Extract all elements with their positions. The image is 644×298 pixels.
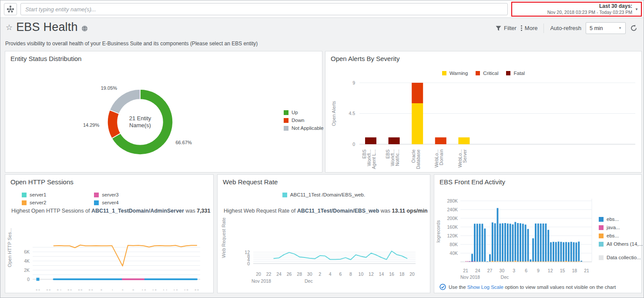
chevron-down-icon: ▼	[635, 7, 638, 11]
panel-entity-status-distribution: Entity Status Distribution 66.67%14.29%1…	[5, 51, 322, 173]
panel-title: Entity Status Distribution	[10, 55, 81, 62]
search-input[interactable]	[20, 3, 508, 15]
legend-swatch	[476, 71, 480, 75]
svg-text:Dec: Dec	[501, 274, 509, 280]
svg-text:8: 8	[132, 289, 134, 290]
svg-text:20: 20	[409, 271, 415, 277]
legend-item-not-applicable[interactable]: Not Applicable	[284, 125, 324, 131]
svg-text:30: 30	[307, 271, 312, 277]
page-subtitle: Provides visibility to overall health of…	[5, 41, 258, 47]
svg-text:24: 24	[475, 268, 480, 273]
panel-title: Web Request Rate	[223, 178, 278, 186]
autorefresh-select[interactable]: 5 min ▼	[586, 22, 626, 34]
svg-text:4: 4	[111, 289, 113, 290]
panel-web-request-rate: Web Request Rate ABC11_1Test /Domain/EBS…	[217, 174, 430, 293]
http-sessions-summary: Highest Open HTTP Sessions of ABC11_1_Te…	[11, 208, 211, 214]
topology-icon	[7, 5, 14, 13]
divider	[543, 24, 544, 33]
svg-text:24: 24	[276, 271, 282, 277]
svg-text:16: 16	[389, 271, 394, 277]
svg-text:WebLo...Domain: WebLo...Domain	[434, 149, 444, 168]
svg-text:30: 30	[500, 268, 505, 273]
svg-text:20: 20	[256, 271, 261, 277]
date-range-value: Nov 20, 2018 03:23 PM - Today 03:23 PM	[547, 10, 632, 15]
panel-title: Open Alerts By Severity	[331, 55, 399, 62]
svg-text:Nov 2018: Nov 2018	[460, 274, 480, 280]
web-request-legend: ABC11_1Test /Domain/EBS_web.	[218, 192, 430, 200]
more-button[interactable]: More	[521, 25, 538, 31]
panel-title: Open HTTP Sessions	[10, 178, 74, 186]
header: ☆ EBS Health	[6, 20, 88, 34]
legend-item-all-others[interactable]: All Others (14,...	[599, 241, 643, 247]
legend-swatch	[284, 110, 288, 115]
svg-text:30: 30	[88, 289, 94, 290]
panel-title: EBS Front End Activity	[439, 178, 505, 186]
svg-text:6: 6	[339, 271, 342, 277]
svg-text:27: 27	[487, 268, 493, 273]
svg-text:Open HTTP Ses...: Open HTTP Ses...	[7, 228, 12, 268]
svg-text:14.29%: 14.29%	[83, 122, 100, 128]
legend-item-fatal[interactable]: Fatal	[506, 71, 525, 76]
panel-open-http-sessions: Open HTTP Sessions server1 server2 serve…	[5, 174, 214, 293]
open-alerts-bar-chart: 04.59Open AlertsEBSWorkfl...Agent L...EB…	[325, 78, 642, 173]
legend-gap	[599, 250, 643, 255]
web-request-line-chart: 04812Web Request Rate2022242628302468101…	[218, 212, 431, 292]
legend-swatch	[599, 255, 604, 260]
legend-item-up[interactable]: Up	[284, 110, 324, 115]
svg-text:28: 28	[297, 271, 302, 277]
show-log-scale-link[interactable]: Show Log Scale	[467, 284, 503, 290]
svg-text:22: 22	[46, 289, 51, 290]
legend-swatch	[282, 193, 287, 197]
date-range-picker[interactable]: Last 30 days: Nov 20, 2018 03:23 PM - To…	[511, 2, 642, 17]
panel-open-alerts-by-severity: Open Alerts By Severity Warning Critical…	[325, 51, 642, 173]
legend-item-down[interactable]: Down	[284, 118, 324, 123]
header-controls: Filter More Auto-refresh 5 min ▼	[496, 22, 637, 34]
refresh-button[interactable]	[630, 24, 637, 32]
svg-text:28: 28	[78, 289, 83, 290]
svg-text:Dec: Dec	[305, 278, 313, 284]
filter-icon	[496, 26, 501, 31]
entity-link[interactable]: ABC11_1_TestDomain/AdminServer	[91, 208, 184, 214]
legend-item-server4[interactable]: server4	[94, 200, 118, 205]
legend-item-server3[interactable]: server3	[94, 192, 118, 197]
svg-text:10: 10	[141, 289, 147, 290]
svg-text:9: 9	[537, 268, 540, 273]
svg-text:21: 21	[463, 268, 468, 273]
legend-swatch	[284, 126, 288, 131]
topbar: Last 30 days: Nov 20, 2018 03:23 PM - To…	[0, 0, 644, 18]
svg-text:12: 12	[548, 268, 553, 273]
legend-item-data-collection[interactable]: Data collectio...	[599, 255, 643, 260]
favorite-star-icon[interactable]: ☆	[6, 23, 13, 32]
front-end-footer: Use the Show Log Scale option to view sm…	[439, 284, 616, 290]
svg-text:21: 21	[584, 268, 589, 273]
filter-button[interactable]: Filter	[496, 25, 517, 31]
legend-swatch	[22, 193, 27, 197]
svg-text:18: 18	[184, 289, 189, 290]
svg-text:10: 10	[359, 271, 364, 277]
legend-item-ebs-web[interactable]: ABC11_1Test /Domain/EBS_web.	[282, 192, 365, 197]
legend-item-warning[interactable]: Warning	[442, 71, 468, 76]
svg-text:9: 9	[352, 80, 355, 85]
svg-text:20: 20	[194, 289, 199, 290]
legend-item-java[interactable]: java...	[599, 225, 643, 230]
check-circle-icon	[439, 284, 446, 290]
more-label: More	[525, 25, 538, 31]
legend-swatch	[506, 71, 510, 75]
svg-text:EBSWorkfl...Agent L...: EBSWorkfl...Agent L...	[362, 149, 376, 169]
legend-swatch	[599, 242, 604, 247]
legend-item-server1[interactable]: server1	[22, 192, 46, 197]
date-range-label: Last 30 days:	[547, 3, 632, 10]
entity-selector-button[interactable]	[4, 3, 17, 15]
http-sessions-line-chart: 02K4K6KOpen HTTP Ses...20222426283024681…	[5, 216, 214, 290]
svg-text:4: 4	[329, 271, 332, 277]
legend-item-server2[interactable]: server2	[22, 200, 46, 205]
svg-text:3: 3	[513, 268, 515, 273]
svg-text:15: 15	[560, 268, 565, 273]
legend-item-critical[interactable]: Critical	[476, 71, 498, 76]
svg-text:6: 6	[525, 268, 527, 273]
svg-text:EBSWorkfl...Notific...: EBSWorkfl...Notific...	[385, 149, 400, 166]
legend-item-ebs2[interactable]: ebs...	[599, 233, 643, 238]
legend-swatch	[94, 200, 99, 205]
footer-text: Use the Show Log Scale option to view sm…	[449, 284, 616, 290]
legend-item-ebs[interactable]: ebs...	[599, 217, 643, 222]
